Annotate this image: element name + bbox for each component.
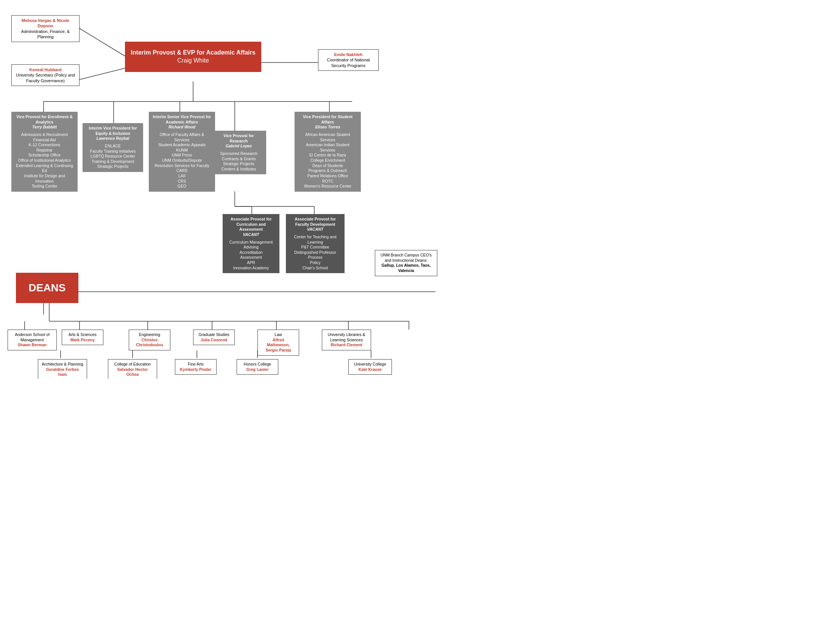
- univ-college-name: Kate Krause: [352, 367, 389, 372]
- vp-student-title: Vice President for Student Affairs: [298, 114, 357, 125]
- vp-equity-name: Lawrence Roybal: [86, 136, 140, 141]
- vp-academic-items: Office of Faculty Affairs & ServicesStud…: [152, 132, 212, 189]
- assoc-faculty-name: VACANT: [289, 227, 341, 232]
- engineering-name: Christos Christodoulou: [132, 338, 167, 348]
- fine-arts-school: Fine Arts: [178, 362, 213, 367]
- fine-arts-box: Fine Arts Kymberly Pinder: [175, 359, 217, 375]
- melissa-nicole-names: Melissa Vargas & Nicole Dopson: [22, 18, 69, 28]
- college-education-box: College of Education Salvador Hector Och…: [108, 359, 157, 379]
- kenedi-box: Kenedi Hubbard University Secretary (Pol…: [11, 64, 79, 86]
- vp-research-title: Vice Provost for Research: [215, 134, 263, 143]
- anderson-box: Anderson School of Management Shawn Berm…: [8, 330, 57, 350]
- vp-research-name: Gabriel Lopez: [215, 143, 263, 149]
- engineering-box: Engineering Christos Christodoulou: [129, 330, 170, 350]
- grad-name: Julia Coonrod: [196, 338, 232, 343]
- emile-box: Emile Nakhleh Coordinator of National Se…: [318, 49, 379, 71]
- vp-academic-name: Richard Wood: [152, 125, 212, 130]
- vp-enrollment-name: Terry Babbitt: [15, 125, 74, 130]
- vp-equity-items: ENLACEFaculty Training InitiativesLGBTQ …: [86, 143, 140, 169]
- svg-line-0: [79, 28, 125, 56]
- provost-box: Interim Provost & EVP for Academic Affai…: [125, 42, 261, 72]
- emile-role: Coordinator of National Security Program…: [327, 58, 370, 68]
- vp-research-box: Vice Provost for Research Gabriel Lopez …: [211, 131, 266, 174]
- vp-student-box: Vice President for Student Affairs Elise…: [294, 112, 361, 192]
- assoc-curriculum-box: Associate Provost for Curriculum and Ass…: [223, 214, 280, 273]
- vp-enrollment-items: Admissions & RecruitmentFinancial AidK-1…: [15, 132, 74, 189]
- vp-student-name: Eliseo Torres: [298, 125, 357, 130]
- vp-academic-title: Interim Senior Vice Provost for Academic…: [152, 114, 212, 125]
- assoc-faculty-items: Center for Teaching and LearningP&T Comm…: [289, 235, 341, 270]
- vp-research-items: Sponsored ResearchContracts & GrantsStra…: [215, 151, 263, 172]
- grad-studies-box: Graduate Studies Julia Coonrod: [193, 330, 235, 345]
- svg-line-1: [79, 68, 125, 80]
- vp-equity-box: Interim Vice President for Equity & Incl…: [82, 123, 143, 172]
- law-box: Law Alfred Mathewson, Sergio Pareja: [257, 330, 299, 356]
- emile-name: Emile Nakhleh: [334, 52, 362, 57]
- engineering-school: Engineering: [132, 332, 167, 338]
- honors-name: Greg Lanier: [240, 367, 275, 372]
- libraries-name: Richard Clement: [325, 343, 368, 348]
- kenedi-role: University Secretary (Policy and Faculty…: [16, 73, 75, 82]
- arts-name: Mark Peceny: [65, 338, 100, 343]
- univ-college-box: University College Kate Krause: [348, 359, 392, 375]
- vp-equity-title: Interim Vice President for Equity & Incl…: [86, 126, 140, 136]
- deans-box: DEANS: [16, 273, 78, 303]
- melissa-nicole-role: Administration, Finance, & Planning: [21, 29, 70, 39]
- college-education-school: College of Education: [111, 362, 154, 367]
- honors-school: Honors College: [240, 362, 275, 367]
- assoc-curriculum-title: Associate Provost for Curriculum and Ass…: [226, 217, 276, 232]
- college-education-name: Salvador Hector Ochoa: [111, 367, 154, 377]
- law-school: Law: [261, 332, 296, 338]
- melissa-nicole-box: Melissa Vargas & Nicole Dopson Administr…: [11, 15, 79, 42]
- assoc-faculty-box: Associate Provost for Faculty Developmen…: [286, 214, 344, 273]
- assoc-faculty-title: Associate Provost for Faculty Developmen…: [289, 217, 341, 227]
- vp-enrollment-box: Vice Provost for Enrollment & Analytics …: [11, 112, 78, 192]
- unm-branch-box: UNM Branch Campus CEO's and Instructiona…: [375, 250, 437, 276]
- fine-arts-name: Kymberly Pinder: [178, 367, 213, 372]
- deans-label: DEANS: [28, 281, 66, 295]
- anderson-name: Shawn Berman: [11, 343, 53, 348]
- arts-school: Arts & Sciences: [65, 332, 100, 338]
- provost-name: Craig White: [130, 57, 256, 65]
- grad-school: Graduate Studies: [196, 332, 232, 338]
- unm-branch-names: Gallup, Los Alamos, Taos, Valencia: [381, 263, 431, 273]
- univ-college-school: University College: [352, 362, 389, 367]
- law-names: Alfred Mathewson, Sergio Pareja: [261, 338, 296, 353]
- vp-student-items: African American Student ServicesAmerica…: [298, 132, 357, 189]
- unm-branch-title: UNM Branch Campus CEO's and Instructiona…: [381, 253, 432, 262]
- org-chart: Melissa Vargas & Nicole Dopson Administr…: [0, 0, 454, 15]
- assoc-curriculum-name: VACANT: [226, 232, 276, 238]
- vp-academic-box: Interim Senior Vice Provost for Academic…: [149, 112, 215, 192]
- anderson-school: Anderson School of Management: [11, 332, 53, 343]
- architecture-box: Architecture & Planning Geraldine Forbes…: [38, 359, 87, 379]
- architecture-name: Geraldine Forbes Isais: [41, 367, 84, 377]
- architecture-school: Architecture & Planning: [41, 362, 84, 367]
- libraries-school: University Libraries & Learning Sciences: [325, 332, 368, 343]
- arts-box: Arts & Sciences Mark Peceny: [62, 330, 103, 345]
- libraries-box: University Libraries & Learning Sciences…: [322, 330, 371, 350]
- vp-enrollment-title: Vice Provost for Enrollment & Analytics: [15, 114, 74, 125]
- kenedi-name: Kenedi Hubbard: [29, 68, 62, 72]
- honors-box: Honors College Greg Lanier: [236, 359, 278, 375]
- provost-title: Interim Provost & EVP for Academic Affai…: [130, 49, 256, 57]
- assoc-curriculum-items: Curriculum ManagementAdvisingAccreditati…: [226, 240, 276, 271]
